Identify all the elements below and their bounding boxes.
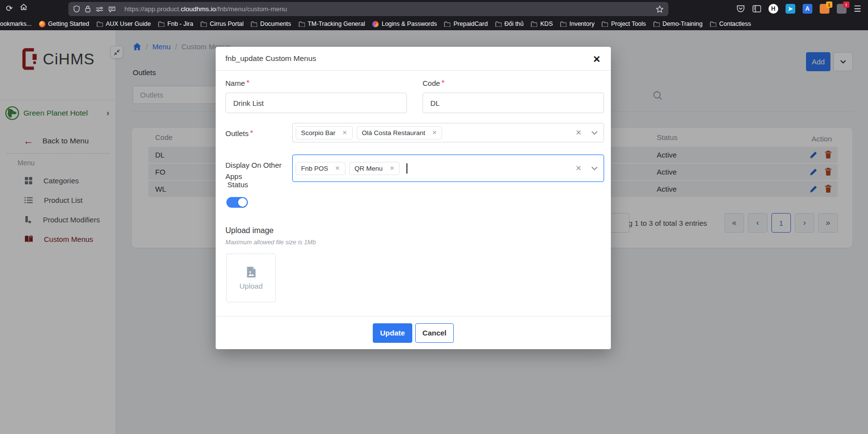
bookmark-item[interactable]: ookmarks... bbox=[0, 20, 32, 27]
folder-icon bbox=[560, 21, 566, 27]
bookmark-label: Logins & Passwords bbox=[382, 20, 437, 27]
pocket-icon[interactable] bbox=[736, 4, 745, 13]
bookmark-label: Inventory bbox=[569, 20, 594, 27]
required-asterisk: * bbox=[246, 79, 249, 87]
browser-chrome: ⟳ https://app.product.cloudhms.io/fnb/me… bbox=[0, 0, 868, 30]
bookmark-label: PrepaidCard bbox=[453, 20, 487, 27]
chevron-down-icon[interactable] bbox=[591, 131, 598, 135]
bookmark-label: ookmarks... bbox=[0, 20, 32, 27]
upload-dropzone[interactable]: Upload bbox=[226, 254, 276, 302]
modal-header: fnb_update Custom Menus ✕ bbox=[216, 47, 611, 71]
folder-icon bbox=[531, 21, 537, 27]
bookmark-item[interactable]: Inventory bbox=[560, 20, 594, 27]
toolbar-extensions: H ➤ A 1 ! ☰ bbox=[736, 0, 861, 18]
feedback-icon[interactable] bbox=[108, 6, 116, 13]
passwords-icon bbox=[372, 21, 379, 27]
bookmark-item[interactable]: Contactless bbox=[710, 20, 751, 27]
clear-icon[interactable]: ✕ bbox=[575, 128, 582, 137]
extension-send-icon[interactable]: ➤ bbox=[786, 4, 795, 14]
close-icon: ✕ bbox=[593, 54, 601, 65]
warning-badge: ! bbox=[843, 1, 849, 8]
tag-remove-icon[interactable]: ✕ bbox=[389, 165, 394, 172]
code-label: Code bbox=[423, 79, 440, 87]
reload-icon[interactable]: ⟳ bbox=[6, 3, 13, 14]
bookmark-star-icon[interactable] bbox=[656, 5, 664, 13]
bookmark-label: AUX User Guide bbox=[106, 20, 151, 27]
upload-file-icon bbox=[246, 266, 257, 278]
bookmark-item[interactable]: PrepaidCard bbox=[444, 20, 487, 27]
display-apps-label: Display On OtherApps bbox=[225, 161, 282, 180]
code-input[interactable] bbox=[423, 93, 604, 113]
bookmark-label: Contactless bbox=[719, 20, 751, 27]
extension-puzzle-icon[interactable]: 1 bbox=[820, 4, 829, 14]
bookmark-item[interactable]: Fnb - Jira bbox=[158, 20, 193, 27]
folder-icon bbox=[201, 21, 207, 27]
required-asterisk: * bbox=[442, 79, 444, 87]
bookmark-label: KDS bbox=[540, 20, 553, 27]
chevron-down-icon[interactable] bbox=[591, 166, 598, 171]
sidebar-toggle-icon[interactable] bbox=[752, 5, 761, 13]
tag-label: Fnb POS bbox=[301, 165, 328, 172]
app-tag: QR Menu ✕ bbox=[349, 162, 400, 175]
folder-icon bbox=[97, 21, 103, 27]
bookmark-label: Project Tools bbox=[611, 20, 646, 27]
modal-close-button[interactable]: ✕ bbox=[590, 53, 603, 65]
bookmark-item[interactable]: AUX User Guide bbox=[97, 20, 151, 27]
tag-remove-icon[interactable]: ✕ bbox=[432, 129, 437, 136]
status-label: Status bbox=[227, 180, 248, 189]
tracking-shield-icon[interactable] bbox=[73, 5, 80, 13]
bookmark-label: TM-Tracking General bbox=[308, 20, 365, 27]
text-cursor bbox=[406, 163, 407, 174]
bookmark-item[interactable]: KDS bbox=[531, 20, 553, 27]
tag-remove-icon[interactable]: ✕ bbox=[343, 129, 347, 136]
upload-hint: Maximum allowed file size is 1Mb bbox=[225, 239, 316, 246]
outlets-select[interactable]: Scorpio Bar ✕ Olá Costa Restaurant ✕ ✕ bbox=[292, 123, 604, 142]
bookmark-item[interactable]: Documents bbox=[251, 20, 291, 27]
display-apps-select[interactable]: Fnb POS ✕ QR Menu ✕ ✕ bbox=[292, 155, 604, 182]
bookmark-item[interactable]: TM-Tracking General bbox=[299, 20, 365, 27]
bookmark-item[interactable]: Demo-Training bbox=[653, 20, 703, 27]
cancel-button[interactable]: Cancel bbox=[415, 323, 454, 343]
clear-icon[interactable]: ✕ bbox=[575, 164, 582, 173]
firefox-icon bbox=[39, 21, 45, 27]
home-icon[interactable] bbox=[20, 3, 28, 14]
outlet-tag: Scorpio Bar ✕ bbox=[296, 126, 353, 139]
permissions-icon[interactable] bbox=[96, 6, 103, 12]
status-toggle[interactable] bbox=[226, 197, 248, 208]
name-input[interactable] bbox=[225, 93, 407, 113]
modal-title: fnb_update Custom Menus bbox=[225, 54, 316, 63]
name-label: Name bbox=[225, 79, 245, 87]
folder-icon bbox=[653, 21, 660, 27]
folder-icon bbox=[444, 21, 450, 27]
bookmark-item[interactable]: Project Tools bbox=[602, 20, 646, 27]
outlet-tag: Olá Costa Restaurant ✕ bbox=[357, 126, 443, 139]
bookmark-label: Demo-Training bbox=[663, 20, 703, 27]
bookmarks-bar: ookmarks...Getting StartedAUX User Guide… bbox=[0, 18, 868, 30]
modal-footer: Update Cancel bbox=[216, 316, 611, 349]
hamburger-menu-icon[interactable]: ☰ bbox=[854, 4, 861, 14]
translate-icon[interactable]: A bbox=[803, 4, 812, 14]
update-button[interactable]: Update bbox=[373, 323, 412, 343]
url-text[interactable]: https://app.product.cloudhms.io/fnb/menu… bbox=[124, 5, 651, 13]
url-bar[interactable]: https://app.product.cloudhms.io/fnb/menu… bbox=[68, 2, 668, 16]
tag-label: Scorpio Bar bbox=[301, 129, 336, 137]
folder-icon bbox=[158, 21, 164, 27]
bookmark-item[interactable]: Logins & Passwords bbox=[372, 20, 437, 27]
tag-remove-icon[interactable]: ✕ bbox=[335, 165, 340, 172]
app-tag: Fnb POS ✕ bbox=[296, 162, 345, 175]
folder-icon bbox=[299, 21, 305, 27]
extension-warning-icon[interactable]: ! bbox=[837, 4, 847, 14]
lock-icon[interactable] bbox=[85, 5, 91, 13]
tag-label: QR Menu bbox=[355, 165, 383, 172]
account-avatar[interactable]: H bbox=[768, 4, 778, 14]
browser-toolbar: ⟳ https://app.product.cloudhms.io/fnb/me… bbox=[0, 0, 868, 18]
screen: ⟳ https://app.product.cloudhms.io/fnb/me… bbox=[0, 0, 868, 434]
bookmark-item[interactable]: Getting Started bbox=[39, 20, 89, 27]
folder-icon bbox=[602, 21, 608, 27]
update-custom-menus-modal: fnb_update Custom Menus ✕ Name* Code* Ou… bbox=[216, 47, 611, 349]
bookmark-label: Fnb - Jira bbox=[167, 20, 193, 27]
bookmark-item[interactable]: Cirrus Portal bbox=[201, 20, 243, 27]
bookmark-label: Đối thủ bbox=[505, 20, 524, 27]
tag-label: Olá Costa Restaurant bbox=[362, 129, 425, 137]
bookmark-item[interactable]: Đối thủ bbox=[495, 20, 524, 27]
